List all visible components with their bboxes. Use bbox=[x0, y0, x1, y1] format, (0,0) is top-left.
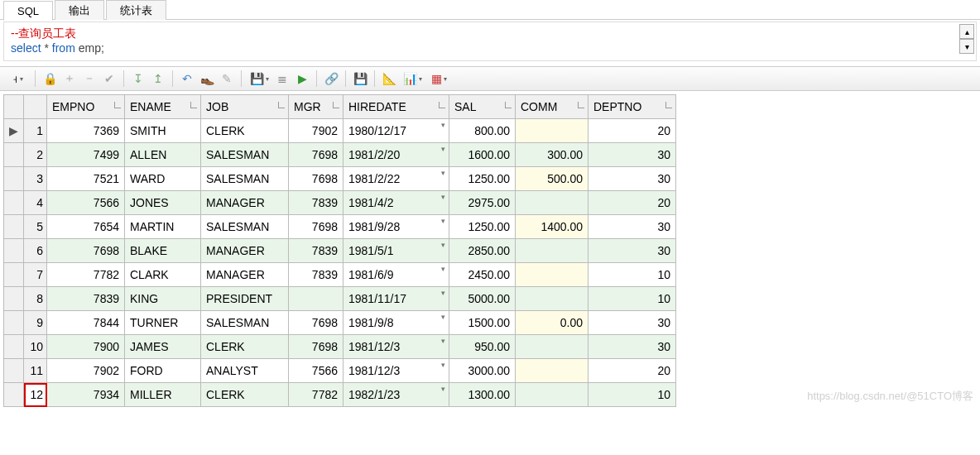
cell-ename[interactable]: JAMES bbox=[125, 335, 201, 359]
cell-empno[interactable]: 7566 bbox=[47, 191, 125, 215]
cell-mgr[interactable]: 7839 bbox=[289, 263, 343, 287]
cell-sal[interactable]: 1250.00 bbox=[449, 215, 516, 239]
cell-job[interactable]: CLERK bbox=[201, 335, 289, 359]
cell-job[interactable]: SALESMAN bbox=[201, 143, 289, 167]
cell-empno[interactable]: 7782 bbox=[47, 263, 125, 287]
cell-ename[interactable]: JONES bbox=[125, 191, 201, 215]
cell-sal[interactable]: 1250.00 bbox=[449, 167, 516, 191]
add-row-button[interactable]: ＋ bbox=[60, 69, 79, 88]
cell-ename[interactable]: FORD bbox=[125, 359, 201, 383]
cell-sal[interactable]: 800.00 bbox=[449, 119, 516, 143]
table-row[interactable]: 47566JONESMANAGER78391981/4/22975.0020 bbox=[4, 191, 676, 215]
col-comm[interactable]: COMM bbox=[516, 95, 588, 119]
cell-sal[interactable]: 5000.00 bbox=[449, 287, 516, 311]
sql-editor[interactable]: --查询员工表 select * from emp; bbox=[4, 22, 976, 60]
cell-sal[interactable]: 3000.00 bbox=[449, 359, 516, 383]
cell-hiredate[interactable]: 1981/12/3 bbox=[343, 335, 449, 359]
cell-comm[interactable] bbox=[516, 287, 588, 311]
cell-comm[interactable] bbox=[516, 239, 588, 263]
cell-deptno[interactable]: 30 bbox=[588, 167, 676, 191]
cell-deptno[interactable]: 30 bbox=[588, 239, 676, 263]
tab-stats[interactable]: 统计表 bbox=[106, 0, 166, 20]
cell-empno[interactable]: 7934 bbox=[47, 383, 125, 407]
table-row[interactable]: 27499ALLENSALESMAN76981981/2/201600.0030… bbox=[4, 143, 676, 167]
link-button[interactable]: 🔗 bbox=[322, 69, 340, 88]
cell-ename[interactable]: TURNER bbox=[125, 311, 201, 335]
cell-ename[interactable]: MARTIN bbox=[125, 215, 201, 239]
cell-hiredate[interactable]: 1981/4/2 bbox=[343, 191, 449, 215]
cell-ename[interactable]: WARD bbox=[125, 167, 201, 191]
cell-sal[interactable]: 1500.00 bbox=[449, 311, 516, 335]
rownum-header[interactable] bbox=[24, 95, 47, 119]
table-row[interactable]: ▶17369SMITHCLERK79021980/12/17800.0020 bbox=[4, 119, 676, 143]
cell-deptno[interactable]: 10 bbox=[588, 287, 676, 311]
cell-sal[interactable]: 2850.00 bbox=[449, 239, 516, 263]
cell-deptno[interactable]: 30 bbox=[588, 215, 676, 239]
commit-button[interactable]: ✔ bbox=[100, 69, 118, 88]
undo-button[interactable]: ↶ bbox=[178, 69, 196, 88]
find-button[interactable]: 👞 bbox=[198, 69, 216, 88]
col-deptno[interactable]: DEPTNO bbox=[588, 95, 676, 119]
cell-mgr[interactable]: 7839 bbox=[289, 239, 343, 263]
cell-ename[interactable]: MILLER bbox=[125, 383, 201, 407]
cell-hiredate[interactable]: 1981/12/3 bbox=[343, 359, 449, 383]
table-row[interactable]: 107900JAMESCLERK76981981/12/3950.0030 bbox=[4, 335, 676, 359]
cell-deptno[interactable]: 30 bbox=[588, 311, 676, 335]
cell-comm[interactable] bbox=[516, 119, 588, 143]
cell-empno[interactable]: 7839 bbox=[47, 287, 125, 311]
col-hiredate[interactable]: HIREDATE bbox=[343, 95, 449, 119]
cell-empno[interactable]: 7698 bbox=[47, 239, 125, 263]
col-job[interactable]: JOB bbox=[201, 95, 289, 119]
col-ename[interactable]: ENAME bbox=[125, 95, 201, 119]
cell-empno[interactable]: 7521 bbox=[47, 167, 125, 191]
cell-mgr[interactable]: 7698 bbox=[289, 311, 343, 335]
cell-sal[interactable]: 2450.00 bbox=[449, 263, 516, 287]
cell-ename[interactable]: SMITH bbox=[125, 119, 201, 143]
cell-job[interactable]: SALESMAN bbox=[201, 311, 289, 335]
cell-deptno[interactable]: 20 bbox=[588, 359, 676, 383]
cell-sal[interactable]: 950.00 bbox=[449, 335, 516, 359]
cell-job[interactable]: MANAGER bbox=[201, 191, 289, 215]
cell-deptno[interactable]: 30 bbox=[588, 143, 676, 167]
cell-hiredate[interactable]: 1981/11/17 bbox=[343, 287, 449, 311]
tab-output[interactable]: 输出 bbox=[55, 0, 104, 20]
grid-corner[interactable] bbox=[4, 95, 24, 119]
table-row[interactable]: 67698BLAKEMANAGER78391981/5/12850.0030 bbox=[4, 239, 676, 263]
dock-button[interactable]: ⫞ bbox=[5, 69, 30, 88]
cell-deptno[interactable]: 20 bbox=[588, 119, 676, 143]
cell-comm[interactable] bbox=[516, 263, 588, 287]
delete-row-button[interactable]: － bbox=[80, 69, 98, 88]
scroll-up-button[interactable]: ▴ bbox=[959, 24, 974, 39]
save-menu-button[interactable]: 💾 bbox=[247, 69, 271, 88]
cell-mgr[interactable]: 7698 bbox=[289, 167, 343, 191]
table-row[interactable]: 97844TURNERSALESMAN76981981/9/81500.000.… bbox=[4, 311, 676, 335]
col-sal[interactable]: SAL bbox=[449, 95, 516, 119]
col-empno[interactable]: EMPNO bbox=[47, 95, 125, 119]
table-row[interactable]: 37521WARDSALESMAN76981981/2/221250.00500… bbox=[4, 167, 676, 191]
cell-job[interactable]: PRESIDENT bbox=[201, 287, 289, 311]
properties-button[interactable]: ≣ bbox=[273, 69, 291, 88]
calc-button[interactable]: 📐 bbox=[380, 69, 398, 88]
chart-button[interactable]: 📊 bbox=[400, 69, 425, 88]
cell-ename[interactable]: KING bbox=[125, 287, 201, 311]
cell-deptno[interactable]: 10 bbox=[588, 383, 676, 407]
cell-comm[interactable] bbox=[516, 191, 588, 215]
cell-empno[interactable]: 7369 bbox=[47, 119, 125, 143]
cell-sal[interactable]: 2975.00 bbox=[449, 191, 516, 215]
cell-job[interactable]: CLERK bbox=[201, 119, 289, 143]
cell-hiredate[interactable]: 1980/12/17 bbox=[343, 119, 449, 143]
cell-comm[interactable]: 1400.00 bbox=[516, 215, 588, 239]
lock-button[interactable]: 🔒 bbox=[41, 69, 59, 88]
cell-hiredate[interactable]: 1981/9/8 bbox=[343, 311, 449, 335]
table-row[interactable]: 117902FORDANALYST75661981/12/33000.0020 bbox=[4, 359, 676, 383]
cell-deptno[interactable]: 10 bbox=[588, 263, 676, 287]
table-row[interactable]: 57654MARTINSALESMAN76981981/9/281250.001… bbox=[4, 215, 676, 239]
cell-job[interactable]: SALESMAN bbox=[201, 167, 289, 191]
cell-deptno[interactable]: 30 bbox=[588, 335, 676, 359]
cell-job[interactable]: CLERK bbox=[201, 383, 289, 407]
cell-comm[interactable]: 300.00 bbox=[516, 143, 588, 167]
scroll-down-button[interactable]: ▾ bbox=[959, 39, 974, 54]
export-button[interactable]: 💾 bbox=[351, 69, 369, 88]
col-mgr[interactable]: MGR bbox=[289, 95, 343, 119]
table-row[interactable]: 87839KINGPRESIDENT1981/11/175000.0010 bbox=[4, 287, 676, 311]
